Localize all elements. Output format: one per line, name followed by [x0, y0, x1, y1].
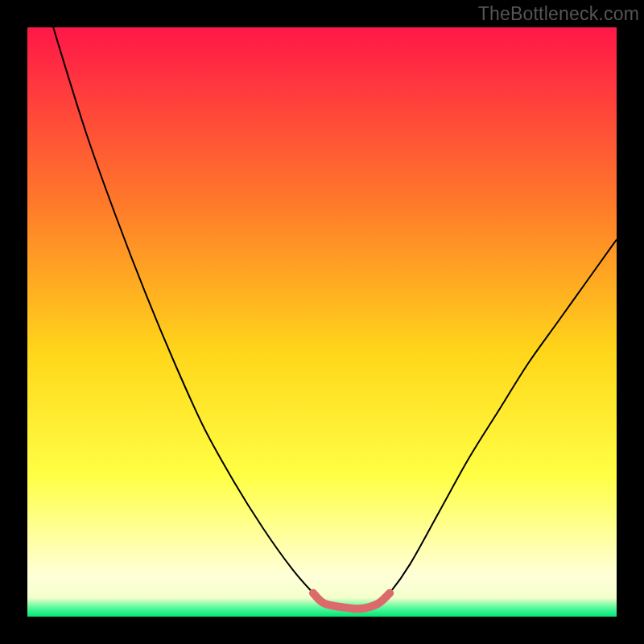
plot-area [27, 27, 617, 617]
curve-layer [27, 27, 617, 617]
watermark-text: TheBottleneck.com [478, 3, 639, 25]
chart-canvas: TheBottleneck.com [0, 0, 644, 644]
optimal-segment-path [313, 593, 390, 609]
bottleneck-curve-path [27, 27, 617, 609]
